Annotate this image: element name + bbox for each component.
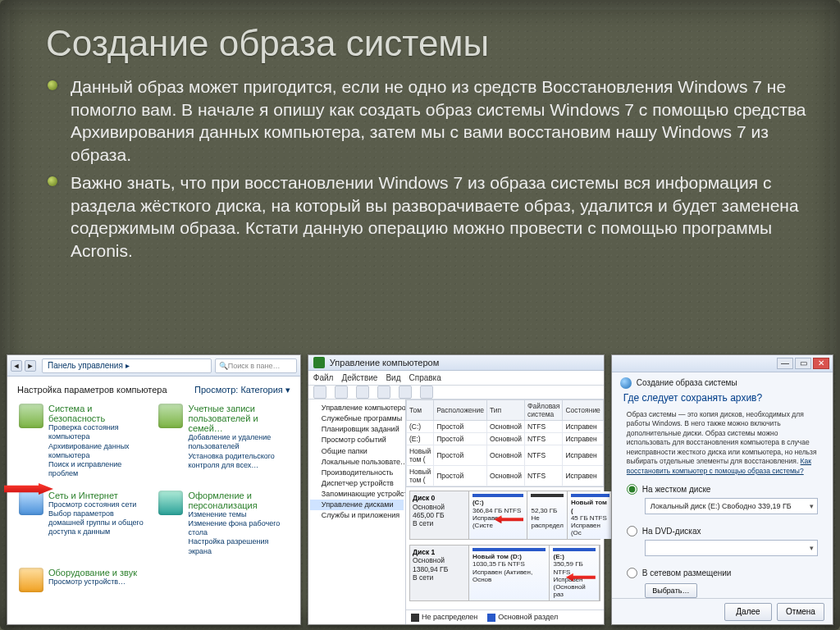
tree-item[interactable]: Локальные пользовате… (310, 457, 404, 468)
radio-dvd[interactable] (627, 526, 637, 536)
menu-item[interactable]: Файл (313, 373, 334, 382)
column-header[interactable]: Тип (486, 400, 524, 421)
category-link[interactable]: Изменение фона рабочего стола (188, 519, 288, 538)
category-link[interactable]: Установка родительского контроля для все… (188, 452, 288, 471)
cp-category[interactable]: Учетные записи пользователей и семей…Доб… (153, 400, 293, 487)
category-icon (158, 404, 183, 428)
legend-primary-icon (487, 614, 495, 622)
radio-net[interactable] (627, 568, 637, 578)
category-link[interactable]: Просмотр устройств… (48, 578, 137, 587)
view-mode[interactable]: Просмотр: Категория ▾ (194, 385, 290, 395)
highlight-arrow-icon (566, 573, 596, 582)
category-link[interactable]: Архивирование данных компьютера (48, 442, 148, 461)
close-icon[interactable]: ✕ (813, 358, 829, 369)
address-bar[interactable]: Панель управления ▸ (42, 358, 212, 373)
highlight-arrow-icon (494, 515, 523, 523)
hd-dropdown[interactable]: Локальный диск (E:) Свободно 339,19 ГБ (645, 498, 818, 514)
cp-category[interactable]: Система и безопасностьПроверка состояния… (14, 400, 153, 487)
category-link[interactable]: Изменение темы (188, 510, 288, 519)
tree-item[interactable]: Запоминающие устройст… (310, 489, 404, 500)
tree-item[interactable]: Управление компьютером (л… (310, 403, 404, 413)
search-input[interactable]: 🔍 Поиск в пане… (215, 358, 297, 373)
category-icon (158, 491, 183, 515)
nav-tree[interactable]: Управление компьютером (л… Служебные про… (308, 399, 406, 624)
tool-icon[interactable] (377, 386, 390, 399)
column-header[interactable]: Файловая система (524, 400, 562, 421)
dvd-dropdown[interactable] (645, 540, 818, 556)
category-title[interactable]: Сеть и Интернет (48, 491, 148, 500)
option-dvd[interactable]: На DVD-дисках (627, 526, 818, 536)
nav-back-icon[interactable]: ◄ (11, 360, 22, 372)
partition[interactable]: (C:)366,84 ГБ NTFSИсправен (Систе (469, 491, 528, 539)
partition[interactable]: 52,30 ГБНе распредел (527, 491, 567, 539)
cancel-button[interactable]: Отмена (777, 603, 824, 621)
tool-icon[interactable] (399, 386, 412, 399)
table-row[interactable]: (C:)ПростойОсновнойNTFSИсправен (406, 421, 603, 433)
browse-button[interactable]: Выбрать… (645, 583, 697, 598)
category-icon (19, 404, 43, 428)
maximize-icon[interactable]: ▭ (795, 358, 811, 369)
category-title[interactable]: Оборудование и звук (48, 568, 137, 578)
tool-icon[interactable] (313, 386, 326, 399)
tree-item[interactable]: Просмотр событий (310, 435, 404, 445)
category-title[interactable]: Система и безопасность (48, 404, 148, 423)
category-icon (19, 568, 43, 592)
column-header[interactable]: Состояние (563, 400, 603, 421)
category-link[interactable]: Проверка состояния компьютера (48, 423, 148, 442)
tree-item[interactable]: Службы и приложения (310, 510, 404, 521)
wizard-question: Где следует сохранять архив? (612, 390, 833, 410)
option-hard-disk[interactable]: На жестком диске (627, 484, 818, 495)
menu-item[interactable]: Справка (409, 373, 441, 382)
tree-item[interactable]: Служебные программы (310, 413, 404, 424)
window-title: Управление компьютером (330, 358, 439, 368)
tool-icon[interactable] (356, 386, 369, 399)
tool-icon[interactable] (335, 386, 348, 399)
tree-item[interactable]: Управление дисками (310, 500, 404, 510)
table-row[interactable]: Новый том (ПростойОсновнойNTFSИсправен (406, 466, 603, 486)
search-icon: 🔍 (219, 362, 228, 370)
wizard-title: Создание образа системы (637, 378, 737, 387)
tree-item[interactable]: Производительность (310, 468, 404, 478)
wizard-icon (620, 377, 632, 389)
search-placeholder: Поиск в пане… (228, 362, 281, 370)
next-button[interactable]: Далее (724, 603, 772, 621)
bullet-item: Важно знать, что при восстановлении Wind… (71, 171, 807, 262)
nav-fwd-icon[interactable]: ► (25, 360, 36, 372)
tool-icon[interactable] (420, 386, 433, 399)
cp-category[interactable]: Оборудование и звукПросмотр устройств… (14, 564, 153, 600)
category-title[interactable]: Учетные записи пользователей и семей… (188, 404, 288, 433)
radio-hd[interactable] (627, 484, 637, 495)
category-link[interactable]: Поиск и исправление проблем (48, 460, 148, 479)
category-link[interactable]: Просмотр состояния сети (48, 500, 148, 509)
tree-item[interactable]: Планировщик заданий (310, 424, 404, 435)
cp-category[interactable]: Оформление и персонализацияИзменение тем… (153, 487, 293, 564)
minimize-icon[interactable]: — (777, 358, 793, 369)
bullet-list: Данный образ может пригодится, если не о… (0, 75, 840, 262)
column-header[interactable]: Расположение (434, 400, 487, 421)
legend-unalloc-icon (411, 614, 419, 622)
menu-bar[interactable]: ФайлДействиеВидСправка (308, 371, 604, 386)
partition[interactable]: Новый том (45 ГБ NTFSИсправен (Ос (568, 491, 614, 539)
category-link[interactable]: Выбор параметров домашней группы и общег… (48, 509, 148, 537)
screenshot-system-image-wizard: — ▭ ✕ Создание образа системы Где следуе… (611, 354, 833, 625)
tree-item[interactable]: Общие папки (310, 446, 404, 457)
cp-category[interactable]: Сеть и ИнтернетПросмотр состояния сетиВы… (14, 487, 153, 564)
column-header[interactable]: Том (406, 400, 433, 421)
partition[interactable]: (E:)350,59 ГБ NTFSИсправен (Основной раз (550, 546, 599, 600)
menu-item[interactable]: Действие (341, 373, 377, 382)
toolbar[interactable] (308, 386, 604, 400)
partition[interactable]: Новый том (D:)1030,35 ГБ NTFSИсправен (А… (469, 546, 550, 600)
table-row[interactable]: Новый том (ПростойОсновнойNTFSИсправен (406, 445, 603, 466)
table-row[interactable]: (E:)ПростойОсновнойNTFSИсправен (406, 433, 603, 445)
legend: Не распределен Основной раздел (406, 609, 604, 624)
disk-label: Диск 1Основной1380,94 ГБВ сети (410, 546, 469, 600)
option-network[interactable]: В сетевом размещении (627, 568, 818, 578)
category-title[interactable]: Оформление и персонализация (188, 491, 288, 510)
tree-item[interactable]: Диспетчер устройств (310, 478, 404, 489)
menu-item[interactable]: Вид (386, 373, 400, 382)
category-link[interactable]: Настройка разрешения экрана (188, 537, 288, 556)
wizard-description: Образ системы — это копия дисков, необхо… (612, 410, 833, 476)
screenshot-control-panel: ◄ ► Панель управления ▸ 🔍 Поиск в пане… … (7, 354, 301, 625)
volume-table[interactable]: ТомРасположениеТипФайловая системаСостоя… (406, 399, 604, 486)
category-link[interactable]: Добавление и удаление пользователей (188, 433, 288, 452)
